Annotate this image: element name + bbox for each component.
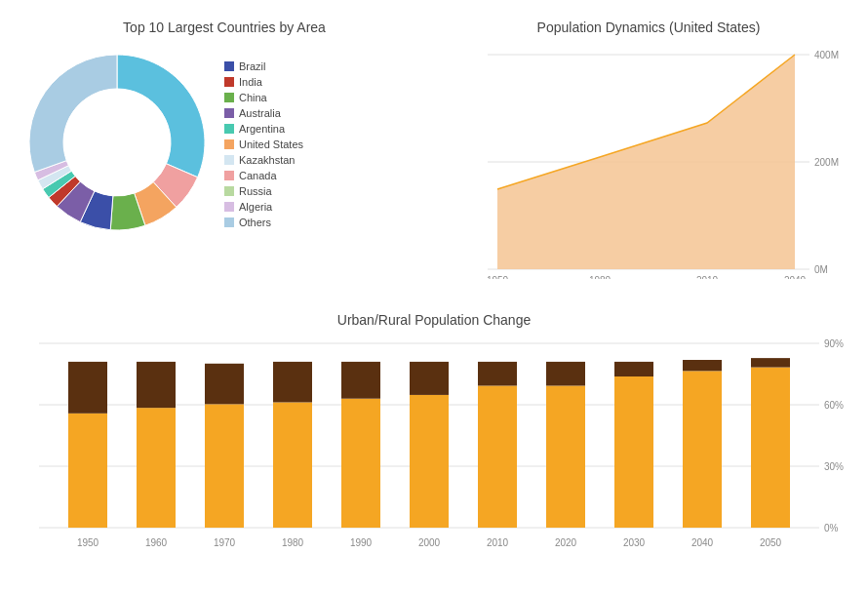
legend-label: Kazakhstan — [239, 154, 295, 166]
population-panel: Population Dynamics (United States) — [439, 0, 868, 302]
donut-content: BrazilIndiaChinaAustraliaArgentinaUnited… — [20, 45, 429, 244]
svg-rect-39 — [683, 360, 722, 371]
legend-label: United States — [239, 138, 303, 150]
legend-item: Kazakhstan — [224, 154, 303, 166]
legend-color-swatch — [224, 171, 234, 180]
svg-text:90%: 90% — [824, 338, 844, 349]
legend-color-swatch — [224, 61, 234, 71]
svg-rect-24 — [205, 404, 244, 528]
svg-text:400M: 400M — [814, 50, 839, 60]
svg-text:2010: 2010 — [487, 537, 509, 548]
legend-label: Russia — [239, 185, 272, 197]
svg-rect-40 — [751, 368, 790, 528]
svg-rect-36 — [614, 376, 653, 528]
urban-title: Urban/Rural Population Change — [20, 312, 848, 328]
svg-text:1960: 1960 — [145, 537, 168, 548]
legend-item: China — [224, 92, 303, 103]
svg-rect-34 — [546, 385, 585, 528]
legend-item: Others — [224, 217, 303, 228]
svg-rect-23 — [137, 362, 176, 408]
legend-color-swatch — [224, 155, 234, 165]
svg-text:2020: 2020 — [555, 537, 577, 548]
svg-rect-33 — [478, 362, 517, 386]
svg-text:1970: 1970 — [214, 537, 236, 548]
legend-label: Argentina — [239, 123, 285, 135]
legend-color-swatch — [224, 124, 234, 134]
dashboard: Top 10 Largest Countries by Area BrazilI… — [0, 0, 868, 593]
legend-item: United States — [224, 138, 303, 150]
svg-text:0M: 0M — [814, 264, 828, 275]
svg-text:2030: 2030 — [623, 537, 646, 548]
legend-item: Brazil — [224, 60, 303, 72]
svg-rect-28 — [341, 399, 380, 528]
svg-rect-25 — [205, 364, 244, 405]
population-chart-area: 400M 200M 0M 1950 1980 2010 2040 — [449, 45, 848, 293]
svg-rect-38 — [683, 371, 722, 528]
legend-color-swatch — [224, 77, 234, 87]
legend-color-swatch — [224, 217, 234, 227]
svg-rect-20 — [68, 414, 107, 528]
svg-rect-31 — [410, 362, 449, 395]
legend-label: Australia — [239, 107, 281, 119]
legend-item: Algeria — [224, 201, 303, 213]
svg-text:30%: 30% — [824, 461, 844, 472]
legend-label: China — [239, 92, 267, 103]
population-title: Population Dynamics (United States) — [449, 20, 848, 35]
svg-text:2000: 2000 — [418, 537, 441, 548]
svg-text:1950: 1950 — [77, 537, 99, 548]
legend: BrazilIndiaChinaAustraliaArgentinaUnited… — [224, 60, 303, 228]
donut-title: Top 10 Largest Countries by Area — [20, 20, 429, 35]
legend-item: Argentina — [224, 123, 303, 135]
svg-rect-21 — [68, 362, 107, 414]
top-row: Top 10 Largest Countries by Area BrazilI… — [0, 0, 868, 302]
svg-text:2050: 2050 — [760, 537, 782, 548]
svg-rect-32 — [478, 385, 517, 528]
svg-text:0%: 0% — [824, 523, 839, 534]
legend-item: Australia — [224, 107, 303, 119]
svg-text:60%: 60% — [824, 400, 844, 411]
donut-panel: Top 10 Largest Countries by Area BrazilI… — [0, 0, 439, 302]
legend-label: India — [239, 76, 262, 88]
legend-label: Brazil — [239, 60, 266, 72]
svg-text:1980: 1980 — [282, 537, 304, 548]
donut-chart — [20, 45, 215, 244]
legend-color-swatch — [224, 202, 234, 212]
svg-text:2040: 2040 — [784, 275, 807, 279]
svg-text:1990: 1990 — [350, 537, 373, 548]
svg-rect-35 — [546, 362, 585, 386]
legend-item: India — [224, 76, 303, 88]
svg-point-0 — [63, 89, 171, 196]
legend-color-swatch — [224, 93, 234, 102]
legend-color-swatch — [224, 186, 234, 196]
legend-color-swatch — [224, 108, 234, 118]
svg-rect-27 — [273, 362, 312, 403]
svg-rect-29 — [341, 362, 380, 399]
bar-chart-area: 90% 60% 30% 0% 1950196019701980199020002… — [20, 334, 848, 572]
urban-panel: Urban/Rural Population Change 90% 60% 30… — [0, 302, 868, 593]
legend-item: Canada — [224, 170, 303, 181]
svg-rect-41 — [751, 358, 790, 367]
legend-label: Canada — [239, 170, 277, 181]
legend-item: Russia — [224, 185, 303, 197]
svg-text:1980: 1980 — [589, 275, 612, 279]
svg-rect-30 — [410, 395, 449, 528]
legend-label: Others — [239, 217, 271, 228]
svg-rect-37 — [614, 362, 653, 376]
svg-rect-22 — [137, 408, 176, 528]
svg-text:200M: 200M — [814, 157, 839, 168]
legend-color-swatch — [224, 139, 234, 149]
svg-text:1950: 1950 — [487, 275, 509, 279]
legend-label: Algeria — [239, 201, 272, 213]
svg-text:2010: 2010 — [696, 275, 719, 279]
svg-rect-26 — [273, 402, 312, 528]
svg-text:2040: 2040 — [691, 537, 714, 548]
